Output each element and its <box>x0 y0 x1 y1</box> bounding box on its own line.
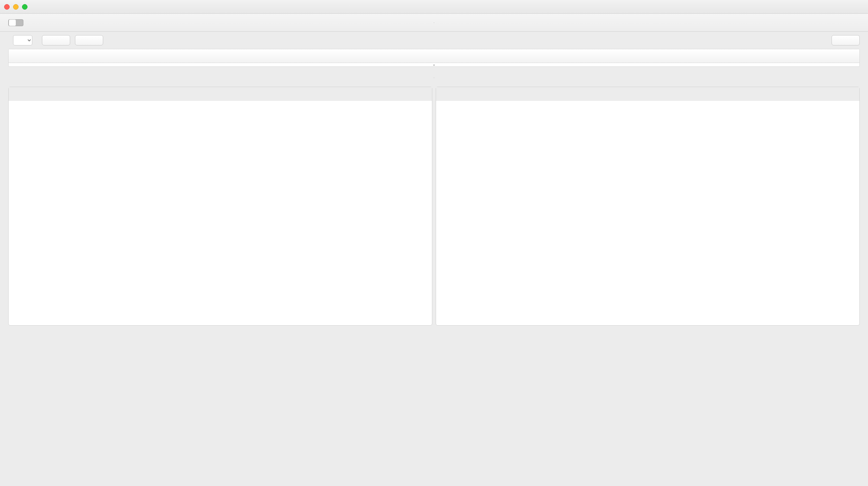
chart-title-5 <box>436 87 859 101</box>
chart-5-svg <box>437 102 858 323</box>
table-header <box>9 49 859 63</box>
main-toolbar <box>0 14 868 32</box>
maximize-icon[interactable] <box>22 4 28 10</box>
charts-row <box>0 87 868 332</box>
chart-24-svg <box>10 102 431 323</box>
networks-table: ● <box>8 49 860 67</box>
detail-tab-group <box>434 77 434 78</box>
stop-button[interactable] <box>75 35 103 45</box>
pause-button[interactable] <box>42 35 70 45</box>
chart-24ghz <box>8 87 432 326</box>
titlebar <box>0 0 868 14</box>
sidebar-toggle[interactable] <box>8 19 23 26</box>
detail-tab-row <box>0 69 868 87</box>
resize-handle-icon[interactable]: ● <box>9 63 859 66</box>
chart-title-24 <box>9 87 432 101</box>
main-tab-group <box>434 22 434 23</box>
minimize-icon[interactable] <box>13 4 19 10</box>
chart-5ghz <box>436 87 860 326</box>
window-controls <box>4 4 28 10</box>
scan-interval-select[interactable] <box>13 35 32 45</box>
close-icon[interactable] <box>4 4 10 10</box>
filter-button[interactable] <box>832 35 860 45</box>
scan-controls <box>0 32 868 49</box>
